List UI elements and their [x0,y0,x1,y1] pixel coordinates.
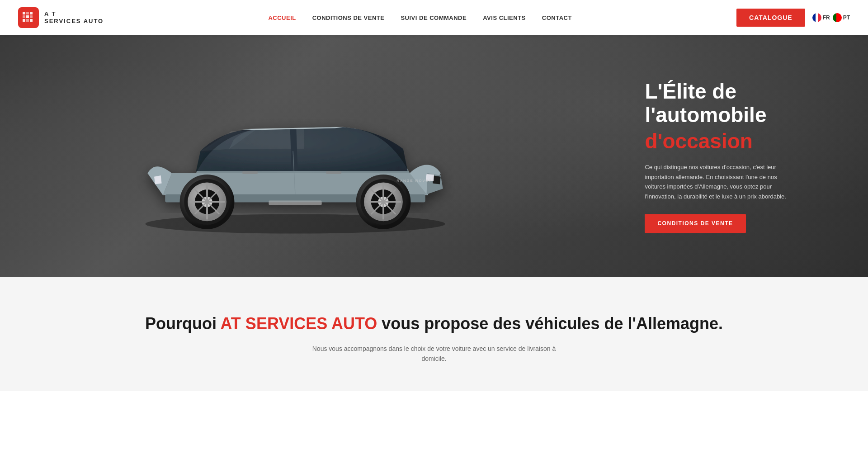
navbar-right: CATALOGUE FR PT [736,9,850,27]
hero-title-line1: L'Élite de [645,80,736,103]
hero-title-line2: l'automobile [645,104,766,127]
why-title-part1: Pourquoi [145,314,221,333]
logo-text: A T SERVICES AUTO [44,10,104,24]
flag-fr-icon [812,13,821,22]
svg-rect-2 [30,12,33,14]
hero-description: Ce qui distingue nos voitures d'occasion… [645,163,798,202]
logo-line1: A T [44,10,104,18]
nav-item-conditions[interactable]: CONDITIONS DE VENTE [312,14,385,22]
svg-rect-3 [23,15,25,18]
flag-pt-icon [833,13,842,22]
lang-fr-label: FR [823,14,830,21]
nav-links: ACCUEIL CONDITIONS DE VENTE SUIVI DE COM… [268,14,571,22]
nav-link-contact[interactable]: CONTACT [542,14,572,21]
hero-title-main: L'Élite de l'automobile [645,80,798,128]
nav-item-suivi[interactable]: SUIVI DE COMMANDE [401,14,467,22]
nav-link-conditions[interactable]: CONDITIONS DE VENTE [312,14,385,21]
nav-link-avis[interactable]: AVIS CLIENTS [483,14,526,21]
language-switcher: FR PT [812,13,850,22]
logo-line2: SERVICES AUTO [44,18,104,25]
catalogue-button[interactable]: CATALOGUE [736,9,805,27]
svg-rect-8 [30,19,33,22]
lang-pt[interactable]: PT [833,13,850,22]
conditions-button[interactable]: CONDITIONS DE VENTE [645,214,745,233]
hero-content: L'Élite de l'automobile d'occasion Ce qu… [645,80,798,233]
svg-rect-4 [26,15,29,18]
hero-car: RANGE ROVER [43,71,547,241]
car-image: RANGE ROVER [119,71,472,241]
nav-link-accueil[interactable]: ACCUEIL [268,14,296,21]
nav-item-avis[interactable]: AVIS CLIENTS [483,14,526,22]
section-why: Pourquoi AT SERVICES AUTO vous propose d… [0,277,868,391]
hero-title-accent: d'occasion [645,129,798,154]
nav-item-accueil[interactable]: ACCUEIL [268,14,296,22]
why-title-accent: AT SERVICES AUTO [221,314,377,333]
why-title-part2: vous propose des véhicules de l'Allemagn… [377,314,723,333]
svg-rect-1 [26,12,29,14]
why-subtitle: Nous vous accompagnons dans le choix de … [303,344,565,364]
svg-rect-13 [326,171,341,174]
logo-icon [18,7,39,28]
brand-logo[interactable]: A T SERVICES AUTO [18,7,104,28]
svg-rect-6 [23,19,25,22]
svg-text:RANGE ROVER: RANGE ROVER [396,179,432,183]
navbar: A T SERVICES AUTO ACCUEIL CONDITIONS DE … [0,0,868,35]
nav-item-contact[interactable]: CONTACT [542,14,572,22]
svg-rect-15 [269,200,321,205]
svg-rect-7 [26,19,29,22]
hero-section: RANGE ROVER L'Élite de l'automobile d'oc… [0,35,868,277]
nav-link-suivi[interactable]: SUIVI DE COMMANDE [401,14,467,21]
lang-pt-label: PT [843,14,850,21]
svg-rect-5 [30,15,33,18]
lang-fr[interactable]: FR [812,13,830,22]
why-title: Pourquoi AT SERVICES AUTO vous propose d… [18,313,850,335]
svg-rect-0 [23,12,25,14]
svg-rect-14 [242,171,258,174]
